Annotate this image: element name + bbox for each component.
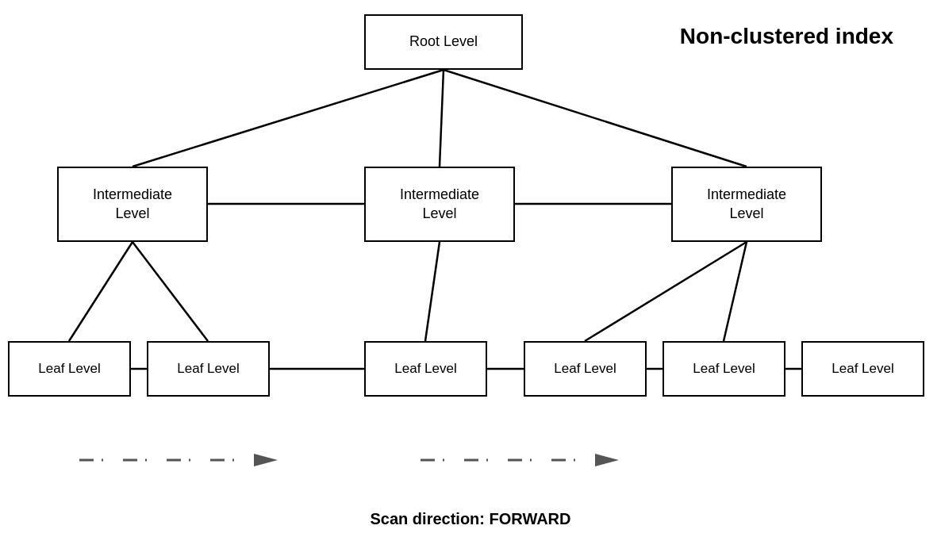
scan-arrows xyxy=(0,0,941,560)
scan-direction-label: Scan direction: FORWARD xyxy=(371,510,571,528)
svg-marker-19 xyxy=(254,454,278,466)
diagram-container: Non-clustered index Root Level Intermedi… xyxy=(0,0,941,560)
svg-marker-24 xyxy=(595,454,619,466)
